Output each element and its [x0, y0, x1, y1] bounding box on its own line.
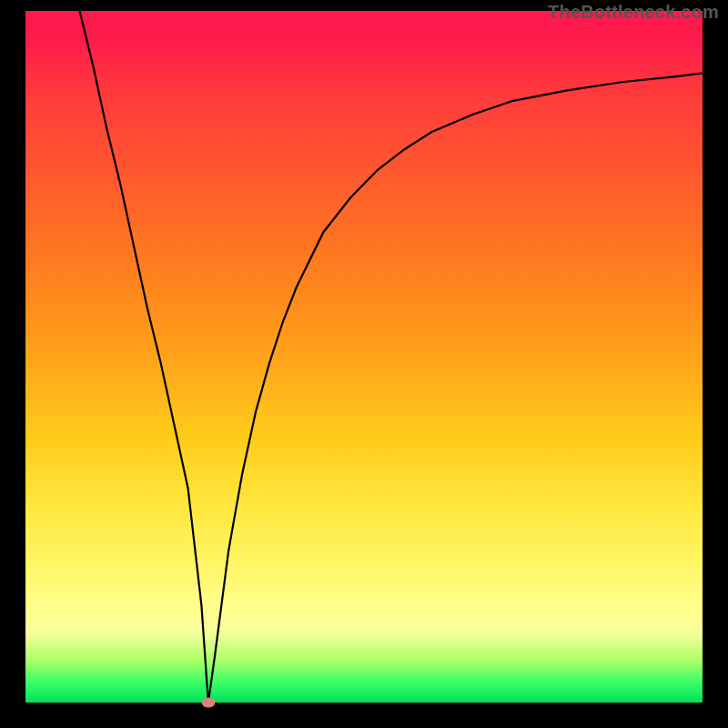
watermark-text: TheBottleneck.com: [548, 2, 719, 23]
chart-frame: TheBottleneck.com: [0, 0, 728, 728]
chart-curve: [25, 11, 703, 703]
plot-area: [25, 11, 703, 703]
minimum-marker: [201, 698, 215, 708]
